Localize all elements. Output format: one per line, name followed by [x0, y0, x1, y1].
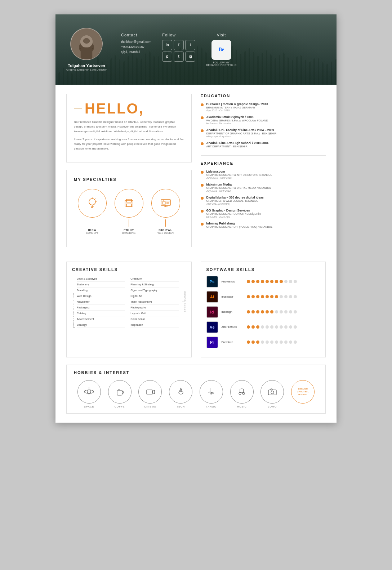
instagram-icon[interactable]: ig — [185, 52, 195, 62]
exp-title-5: Infomag Publishing — [206, 222, 273, 225]
dot — [284, 340, 288, 344]
hobby-lomo: LOMO — [260, 380, 284, 408]
exp-title-2: Maksimum Media — [206, 183, 272, 186]
dot — [251, 295, 255, 298]
skill-item: Signs and Typography — [130, 288, 179, 293]
education-list: Bureau23 | motion & graphic design / 201… — [201, 102, 326, 148]
hobby-coffee: COFFE — [108, 380, 132, 408]
visit-column: Visit Bē FOLLOW MYBEHANCE PORTFOLIO — [206, 33, 237, 66]
digital-label: DIGITAL — [159, 228, 172, 232]
svg-rect-18 — [162, 202, 165, 204]
specialties-title: MY SPECIALTIES — [74, 177, 184, 182]
aftereffects-dots — [247, 325, 320, 329]
specialties-icons: IDEA CONCEPT — [74, 189, 184, 234]
skill-item: Think Responsive — [130, 299, 179, 305]
cinema-circle — [138, 380, 162, 404]
edu-dot-3 — [201, 129, 204, 132]
indesign-name: Indesign — [222, 310, 247, 313]
edu-sub-2: WYDZIAŁ GRAFIKI (B.F.A.) / WROCŁAW POLAN… — [206, 119, 268, 122]
dot — [247, 310, 250, 313]
exp-sub-5: GRAPHIC DESIGNER JR. (PUBLISHING) / ISTA… — [206, 225, 273, 228]
edu-date-2: Half term - Six months — [206, 122, 268, 125]
specialty-digital: DIGITAL WEB DESIGN — [151, 189, 180, 234]
dot — [284, 325, 288, 329]
dot — [294, 295, 297, 298]
edu-date-1: Agu 2010 - Oct 2010 — [206, 109, 268, 112]
dot — [294, 280, 297, 283]
svg-rect-13 — [126, 199, 132, 202]
dot — [266, 310, 269, 313]
skill-item: Digital Art — [130, 293, 179, 299]
english-text: ENGLISHUPPER INT.W.S.INST. — [297, 387, 309, 396]
exp-sub-2: GRAPHIC DESIGNER & DIGITAL MEDIA / ISTAN… — [206, 186, 272, 190]
edu-title-4: Anadolu Fine Arts High School / 2000-200… — [206, 141, 269, 145]
exp-item-5: Infomag Publishing GRAPHIC DESIGNER JR. … — [201, 222, 326, 228]
svg-rect-27 — [147, 390, 152, 394]
facebook-icon[interactable]: f — [174, 40, 184, 50]
right-skills-ul: Creativity Planning & Strategy Signs and… — [130, 276, 179, 328]
digital-circle — [151, 189, 180, 218]
svg-point-35 — [271, 391, 274, 394]
digital-sub: WEB DESIGN — [157, 232, 174, 234]
dot — [266, 280, 269, 283]
english-badge: ENGLISHUPPER INT.W.S.INST. — [291, 380, 315, 404]
print-sub: BRANDING — [122, 232, 135, 234]
hobby-cinema: CINEMA — [138, 380, 162, 408]
dot — [256, 280, 259, 283]
dot — [294, 310, 297, 313]
exp-dot-3 — [201, 197, 204, 200]
hello-para1: I'm Freelance Graphic Designer based on … — [74, 120, 184, 134]
dot — [294, 325, 297, 329]
pinterest-icon[interactable]: p — [162, 52, 172, 62]
hobbies-icons: SPACE COFFE — [74, 380, 318, 408]
linkedin-icon[interactable]: in — [162, 40, 172, 50]
skill-item: Packaging — [77, 305, 125, 311]
specialties-section: MY SPECIALTIES — [66, 170, 192, 247]
dot — [289, 280, 292, 283]
dot — [270, 280, 273, 283]
exp-item-2: Maksimum Media GRAPHIC DESIGNER & DIGITA… — [201, 183, 326, 192]
exp-date-4: Dec 2009 - 2010 Agu — [206, 215, 261, 218]
dot — [270, 295, 273, 298]
skill-item: Advertisement — [77, 316, 125, 322]
dot — [280, 280, 283, 283]
hello-title-area: — HELLO, — [74, 101, 184, 116]
skill-item: Web Design — [77, 293, 125, 299]
exp-dot-1 — [201, 171, 204, 174]
skill-item: Strategy — [77, 322, 125, 328]
hobby-tech: TECH — [169, 380, 192, 408]
skill-item: Photography — [130, 305, 179, 311]
dot — [289, 310, 292, 313]
divider — [201, 155, 326, 156]
dot — [251, 310, 255, 313]
education-title: EDUCATION — [201, 94, 326, 98]
design-skills-col: DESING SKILLS — [181, 276, 186, 328]
hobbies-section: HOBBIES & INTEREST SPACE — [66, 365, 326, 414]
contact-column: Contact tholkhan@gmail.com +905432379187… — [121, 33, 151, 55]
software-skills-title: SOFTWARE SKILLS — [206, 267, 320, 272]
edu-title-2: Akademia Sztuk Pięknych / 2008 — [206, 115, 268, 119]
twitter-icon[interactable]: t — [185, 40, 195, 50]
dot — [256, 340, 259, 344]
photoshop-dots — [247, 280, 320, 283]
dot — [247, 280, 250, 283]
behance-logo: Bē — [219, 47, 224, 53]
creative-skills-section: CREATIVE SKILLS WHAT I CAN DO FOR YOU Lo… — [66, 262, 192, 357]
premiere-dots — [247, 340, 320, 344]
header-section: Tolgahan Yurtseven Graphic Designer & Ar… — [55, 14, 337, 85]
edu-dot-2 — [201, 116, 204, 119]
sw-aftereffects: Ae After Effects — [206, 321, 320, 333]
exp-dot-4 — [201, 210, 204, 213]
avatar-area: Tolgahan Yurtseven Graphic Designer & Ar… — [66, 28, 107, 71]
resume-container: Tolgahan Yurtseven Graphic Designer & Ar… — [55, 14, 337, 423]
right-skills-list: Creativity Planning & Strategy Signs and… — [130, 276, 179, 328]
tumblr-icon[interactable]: t — [174, 52, 184, 62]
resume-body: — HELLO, I'm Freelance Graphic Designer … — [55, 85, 337, 423]
dot — [280, 340, 283, 344]
follow-column: Follow in f t p t ig — [162, 33, 195, 62]
svg-rect-34 — [268, 390, 276, 395]
behance-icon[interactable]: Bē — [211, 40, 231, 60]
exp-dot-5 — [201, 223, 204, 226]
dot — [256, 325, 259, 329]
left-column: — HELLO, I'm Freelance Graphic Designer … — [66, 94, 192, 254]
